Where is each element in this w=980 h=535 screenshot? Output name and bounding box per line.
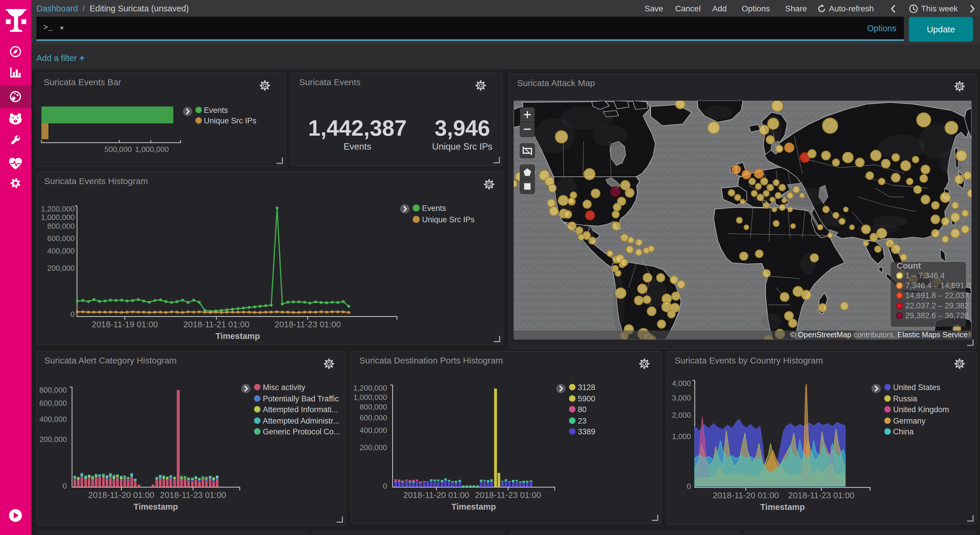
svg-text:Timestamp: Timestamp — [760, 502, 805, 512]
svg-text:Unique Src IPs: Unique Src IPs — [422, 215, 474, 224]
svg-text:80: 80 — [578, 405, 587, 414]
svg-text:Misc activity: Misc activity — [263, 383, 305, 392]
svg-text:800,000: 800,000 — [40, 385, 67, 394]
svg-text:5900: 5900 — [578, 394, 595, 403]
svg-text:2018-11-20 01:00: 2018-11-20 01:00 — [88, 490, 154, 500]
svg-text:Timestamp: Timestamp — [134, 502, 178, 511]
svg-text:800,000: 800,000 — [360, 403, 387, 411]
svg-text:China: China — [893, 427, 914, 436]
svg-text:1,200,000: 1,200,000 — [353, 384, 387, 392]
svg-text:3389: 3389 — [578, 427, 595, 436]
svg-text:© OpenStreetMap contributors,: © OpenStreetMap contributors, Elastic Ma… — [790, 330, 968, 339]
svg-text:200,000: 200,000 — [360, 443, 387, 452]
svg-text:Attempted Informati...: Attempted Informati... — [263, 405, 338, 414]
svg-text:0: 0 — [71, 310, 75, 318]
svg-text:800,000: 800,000 — [47, 222, 75, 231]
svg-text:0: 0 — [687, 482, 691, 490]
svg-text:Timestamp: Timestamp — [452, 502, 496, 511]
svg-text:400,000: 400,000 — [360, 426, 387, 435]
svg-text:29,382.6 – 36,728: 29,382.6 – 36,728 — [905, 311, 969, 320]
svg-text:2018-11-21 01:00: 2018-11-21 01:00 — [183, 320, 250, 329]
svg-text:Count: Count — [897, 261, 921, 271]
svg-text:600,000: 600,000 — [360, 413, 387, 422]
svg-text:Potentially Bad Traffic: Potentially Bad Traffic — [263, 394, 339, 403]
svg-text:2018-11-20 01:00: 2018-11-20 01:00 — [713, 490, 779, 500]
svg-text:200,000: 200,000 — [47, 264, 75, 272]
svg-text:Russia: Russia — [893, 394, 918, 403]
svg-text:2018-11-23 01:00: 2018-11-23 01:00 — [160, 490, 226, 500]
svg-text:2018-11-23 01:00: 2018-11-23 01:00 — [275, 320, 341, 329]
svg-text:23: 23 — [578, 417, 587, 425]
svg-text:Generic Protocol Co...: Generic Protocol Co... — [263, 427, 340, 436]
svg-text:1,000,000: 1,000,000 — [135, 145, 169, 154]
svg-text:1,000,000: 1,000,000 — [353, 393, 387, 402]
svg-text:2,000: 2,000 — [672, 411, 691, 419]
svg-text:United Kingdom: United Kingdom — [893, 405, 949, 414]
svg-text:400,000: 400,000 — [47, 247, 75, 255]
svg-text:United States: United States — [893, 383, 940, 392]
svg-text:7,346.4 – 14,691.8: 7,346.4 – 14,691.8 — [905, 281, 971, 290]
svg-text:600,000: 600,000 — [40, 399, 67, 408]
svg-text:Unique Src IPs: Unique Src IPs — [204, 116, 256, 125]
svg-text:400,000: 400,000 — [40, 415, 67, 424]
svg-text:22,037.2 – 29,382.6: 22,037.2 – 29,382.6 — [905, 301, 972, 310]
svg-text:0: 0 — [63, 482, 67, 490]
svg-text:4,000: 4,000 — [672, 379, 691, 388]
svg-text:0: 0 — [383, 482, 387, 490]
svg-text:Germany: Germany — [893, 417, 926, 425]
svg-text:3,000: 3,000 — [672, 393, 691, 402]
svg-text:Timestamp: Timestamp — [216, 331, 260, 341]
svg-text:14,691.8 – 22,037.2: 14,691.8 – 22,037.2 — [905, 291, 972, 300]
svg-text:2018-11-20 01:00: 2018-11-20 01:00 — [403, 490, 469, 500]
svg-text:600,000: 600,000 — [47, 234, 75, 243]
svg-text:2018-11-23 01:00: 2018-11-23 01:00 — [788, 490, 854, 500]
svg-text:1,200,000: 1,200,000 — [41, 204, 75, 213]
svg-text:1 – 7,346.4: 1 – 7,346.4 — [905, 271, 945, 280]
svg-text:Events: Events — [422, 204, 446, 213]
svg-text:3128: 3128 — [578, 383, 595, 392]
svg-text:1,000: 1,000 — [672, 432, 691, 441]
svg-text:Attempted Administr...: Attempted Administr... — [263, 417, 339, 425]
svg-text:200,000: 200,000 — [40, 435, 67, 444]
svg-text:Events: Events — [204, 106, 228, 115]
svg-text:500,000: 500,000 — [104, 145, 132, 154]
svg-text:2018-11-19 01:00: 2018-11-19 01:00 — [92, 320, 158, 329]
svg-text:1,000,000: 1,000,000 — [41, 213, 75, 222]
svg-text:2018-11-23 01:00: 2018-11-23 01:00 — [475, 490, 541, 500]
